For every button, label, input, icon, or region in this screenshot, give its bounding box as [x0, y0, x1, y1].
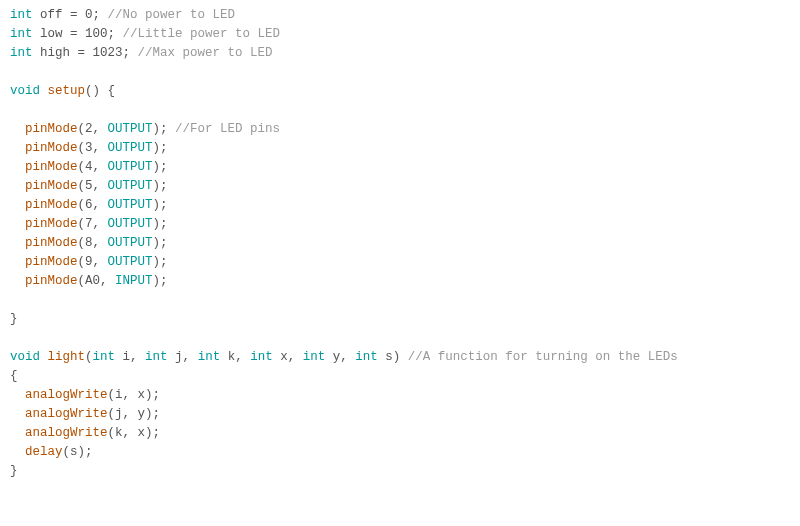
code-block: int off = 0; //No power to LED int low =… — [0, 0, 800, 487]
code-line: analogWrite(k, x); — [10, 426, 160, 440]
code-line: int low = 100; //Little power to LED — [10, 27, 280, 41]
code-line: delay(s); — [10, 445, 93, 459]
code-line: int off = 0; //No power to LED — [10, 8, 235, 22]
code-line: { — [10, 369, 18, 383]
code-line: pinMode(2, OUTPUT); //For LED pins — [10, 122, 280, 136]
code-line: pinMode(3, OUTPUT); — [10, 141, 168, 155]
code-line: } — [10, 312, 18, 326]
code-line: pinMode(6, OUTPUT); — [10, 198, 168, 212]
code-line: pinMode(9, OUTPUT); — [10, 255, 168, 269]
code-line: void setup() { — [10, 84, 115, 98]
code-line: analogWrite(j, y); — [10, 407, 160, 421]
code-line: pinMode(4, OUTPUT); — [10, 160, 168, 174]
code-line: analogWrite(i, x); — [10, 388, 160, 402]
code-line: pinMode(8, OUTPUT); — [10, 236, 168, 250]
code-line: pinMode(5, OUTPUT); — [10, 179, 168, 193]
code-line: int high = 1023; //Max power to LED — [10, 46, 273, 60]
code-line: void light(int i, int j, int k, int x, i… — [10, 350, 678, 364]
code-line: pinMode(7, OUTPUT); — [10, 217, 168, 231]
code-line: pinMode(A0, INPUT); — [10, 274, 168, 288]
code-line: } — [10, 464, 18, 478]
